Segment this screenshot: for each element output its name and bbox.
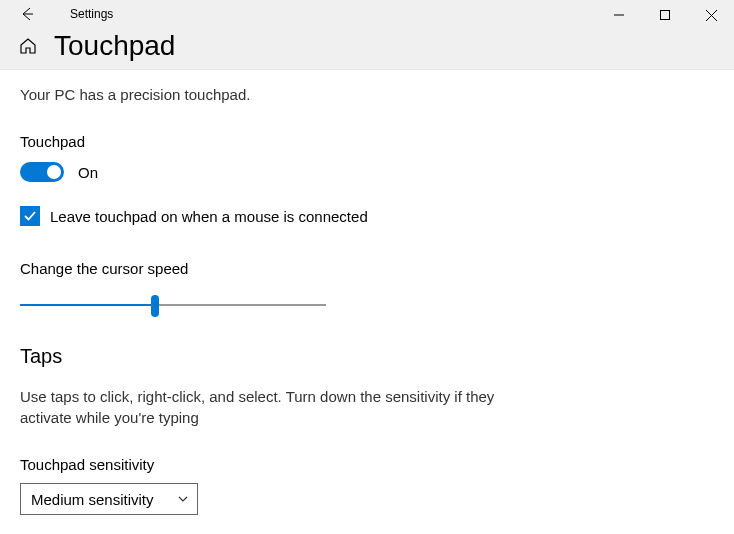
leave-touchpad-on-label: Leave touchpad on when a mouse is connec… xyxy=(50,208,368,225)
sensitivity-label: Touchpad sensitivity xyxy=(20,456,714,473)
content-area: Your PC has a precision touchpad. Touchp… xyxy=(0,70,734,515)
arrow-left-icon xyxy=(18,6,34,22)
cursor-speed-label: Change the cursor speed xyxy=(20,260,714,277)
leave-touchpad-on-checkbox[interactable] xyxy=(20,206,40,226)
maximize-button[interactable] xyxy=(642,0,688,30)
close-button[interactable] xyxy=(688,0,734,30)
taps-description: Use taps to click, right-click, and sele… xyxy=(20,386,510,428)
sensitivity-value: Medium sensitivity xyxy=(31,491,154,508)
home-icon[interactable] xyxy=(18,36,38,56)
touchpad-toggle[interactable] xyxy=(20,162,64,182)
checkmark-icon xyxy=(23,209,37,223)
cursor-speed-slider[interactable] xyxy=(20,293,326,317)
app-title: Settings xyxy=(70,7,113,21)
chevron-down-icon xyxy=(177,493,189,505)
window-controls xyxy=(596,0,734,30)
titlebar: Settings xyxy=(0,0,734,70)
slider-fill xyxy=(20,304,155,306)
minimize-button[interactable] xyxy=(596,0,642,30)
toggle-thumb xyxy=(47,165,61,179)
close-icon xyxy=(706,10,717,21)
slider-thumb xyxy=(151,295,159,317)
sensitivity-dropdown[interactable]: Medium sensitivity xyxy=(20,483,198,515)
back-button[interactable] xyxy=(18,0,48,28)
toggle-state-label: On xyxy=(78,164,98,181)
svg-rect-2 xyxy=(661,11,670,20)
precision-touchpad-info: Your PC has a precision touchpad. xyxy=(20,86,714,103)
taps-heading: Taps xyxy=(20,345,714,368)
touchpad-section-label: Touchpad xyxy=(20,133,714,150)
minimize-icon xyxy=(614,10,624,20)
maximize-icon xyxy=(660,10,670,20)
page-title: Touchpad xyxy=(54,30,175,62)
